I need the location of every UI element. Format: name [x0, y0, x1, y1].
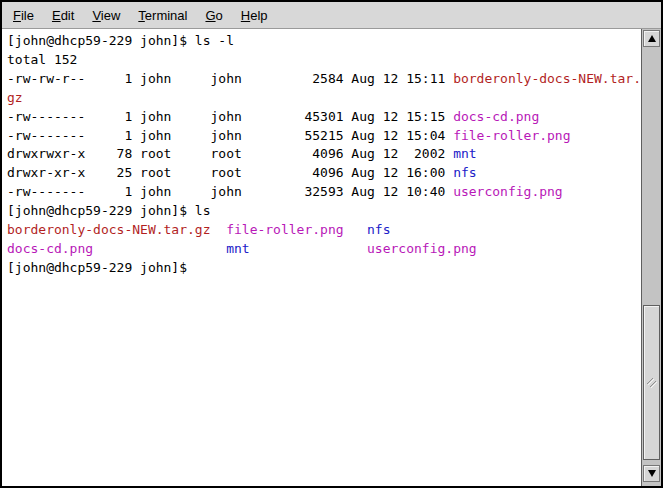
prompt-command: [john@dhcp59-229 john]$ ls -l — [7, 33, 234, 48]
menu-item-file[interactable]: File — [4, 3, 43, 28]
output-text: -rw-rw-r-- 1 john john 2584 Aug 12 15:11 — [7, 71, 453, 86]
terminal-line: -rw------- 1 john john 45301 Aug 12 15:1… — [7, 108, 641, 127]
scroll-thumb[interactable] — [643, 305, 660, 460]
directory-name: mnt — [453, 146, 476, 161]
output-text: -rw------- 1 john john 55215 Aug 12 15:0… — [7, 128, 453, 143]
menubar: FileEditViewTerminalGoHelp — [2, 2, 661, 29]
archive-file-name: borderonly-docs-NEW.tar. — [453, 71, 641, 86]
archive-file-name: gz — [7, 90, 23, 105]
image-file-name: userconfig.png — [453, 184, 563, 199]
terminal-line: -rw-rw-r-- 1 john john 2584 Aug 12 15:11… — [7, 70, 641, 89]
image-file-name: userconfig.png — [367, 241, 477, 256]
thumb-grip-icon — [646, 377, 658, 389]
menu-item-terminal[interactable]: Terminal — [129, 3, 196, 28]
output-text: drwxr-xr-x 25 root root 4096 Aug 12 16:0… — [7, 165, 453, 180]
prompt-command: [john@dhcp59-229 john]$ ls — [7, 203, 211, 218]
archive-file-name: borderonly-docs-NEW.tar.gz — [7, 222, 211, 237]
terminal-line: [john@dhcp59-229 john]$ ls -l — [7, 32, 641, 51]
output-text — [211, 222, 227, 237]
output-text — [344, 222, 367, 237]
terminal-window: FileEditViewTerminalGoHelp [john@dhcp59-… — [0, 0, 663, 488]
down-arrow-icon — [648, 470, 656, 477]
terminal-line: [john@dhcp59-229 john]$ — [7, 259, 641, 278]
terminal-line: -rw------- 1 john john 55215 Aug 12 15:0… — [7, 127, 641, 146]
directory-name: nfs — [453, 165, 476, 180]
window-body: [john@dhcp59-229 john]$ ls -ltotal 152-r… — [2, 29, 661, 486]
terminal-line: drwxrwxr-x 78 root root 4096 Aug 12 2002… — [7, 145, 641, 164]
up-arrow-icon — [648, 35, 656, 42]
output-text: total 152 — [7, 52, 77, 67]
scroll-up-button[interactable] — [643, 30, 660, 47]
terminal-output[interactable]: [john@dhcp59-229 john]$ ls -ltotal 152-r… — [2, 29, 641, 486]
terminal-line: -rw------- 1 john john 32593 Aug 12 10:4… — [7, 183, 641, 202]
output-text: -rw------- 1 john john 45301 Aug 12 15:1… — [7, 109, 453, 124]
output-text — [93, 241, 226, 256]
menu-item-view[interactable]: View — [83, 3, 129, 28]
output-text: -rw------- 1 john john 32593 Aug 12 10:4… — [7, 184, 453, 199]
image-file-name: file-roller.png — [453, 128, 570, 143]
image-file-name: docs-cd.png — [7, 241, 93, 256]
terminal-line: borderonly-docs-NEW.tar.gz file-roller.p… — [7, 221, 641, 240]
terminal-line: [john@dhcp59-229 john]$ ls — [7, 202, 641, 221]
scroll-down-button[interactable] — [643, 465, 660, 482]
terminal-line: drwxr-xr-x 25 root root 4096 Aug 12 16:0… — [7, 164, 641, 183]
terminal-line: gz — [7, 89, 641, 108]
terminal-line: total 152 — [7, 51, 641, 70]
output-text — [250, 241, 367, 256]
directory-name: mnt — [226, 241, 249, 256]
menu-item-help[interactable]: Help — [232, 3, 277, 28]
image-file-name: file-roller.png — [226, 222, 343, 237]
terminal-line: docs-cd.png mnt userconfig.png — [7, 240, 641, 259]
directory-name: nfs — [367, 222, 390, 237]
output-text: drwxrwxr-x 78 root root 4096 Aug 12 2002 — [7, 146, 453, 161]
image-file-name: docs-cd.png — [453, 109, 539, 124]
prompt-text: [john@dhcp59-229 john]$ — [7, 260, 195, 275]
menu-item-go[interactable]: Go — [196, 3, 231, 28]
menu-item-edit[interactable]: Edit — [43, 3, 83, 28]
scrollbar[interactable] — [641, 29, 661, 486]
